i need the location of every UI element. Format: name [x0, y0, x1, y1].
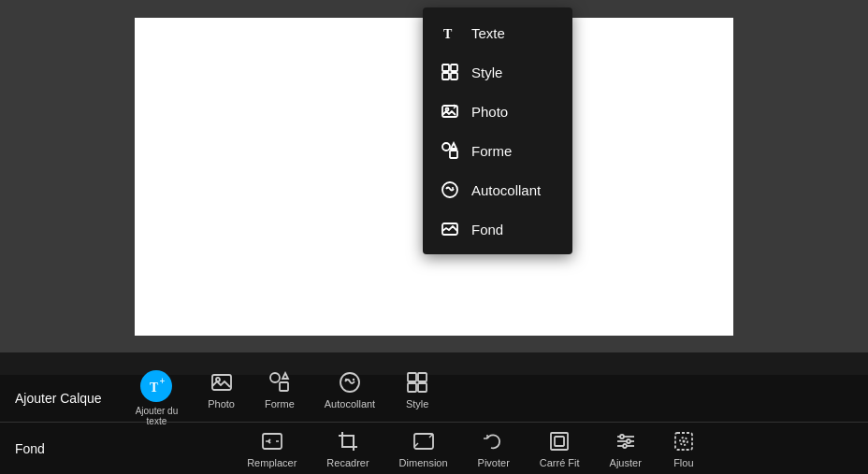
- svg-rect-8: [450, 151, 457, 158]
- svg-rect-31: [551, 433, 568, 450]
- forme-tool-icon: [268, 370, 292, 395]
- svg-point-12: [452, 187, 454, 189]
- svg-rect-2: [451, 65, 457, 71]
- svg-rect-27: [408, 383, 416, 392]
- pivoter-button[interactable]: Pivoter: [463, 424, 525, 474]
- svg-rect-4: [451, 73, 457, 79]
- remplacer-icon: [260, 429, 284, 453]
- fond-icon: [440, 219, 460, 239]
- layer-bar: Ajouter Calque T + Ajouter du texte: [0, 375, 868, 422]
- svg-rect-1: [442, 65, 449, 71]
- flou-button[interactable]: Flou: [657, 424, 711, 474]
- svg-rect-25: [408, 373, 416, 381]
- svg-point-23: [345, 379, 347, 381]
- style-tool-button[interactable]: Style: [390, 365, 444, 432]
- svg-text:T: T: [443, 27, 453, 41]
- svg-point-24: [353, 379, 354, 381]
- fond-bar: Fond Remplacer: [0, 423, 868, 474]
- svg-point-11: [446, 187, 448, 189]
- dropdown-item-photo[interactable]: Photo: [423, 92, 572, 131]
- svg-text:+: +: [160, 376, 166, 386]
- fond-label: Fond: [15, 441, 90, 456]
- dropdown-item-style[interactable]: Style: [423, 52, 572, 92]
- svg-rect-20: [280, 382, 288, 391]
- svg-rect-28: [418, 383, 427, 392]
- autocollant-tool-icon: [338, 370, 362, 395]
- forme-icon: [440, 140, 460, 161]
- dropdown-item-fond[interactable]: Fond: [423, 209, 572, 249]
- svg-text:T: T: [150, 381, 159, 395]
- svg-rect-32: [555, 437, 564, 446]
- recadrer-icon: [336, 429, 360, 453]
- photo-icon: [440, 101, 460, 122]
- remplacer-button[interactable]: Remplacer: [232, 424, 311, 474]
- layer-tools: T + Ajouter du texte Photo: [121, 365, 445, 432]
- dropdown-item-texte[interactable]: T Texte: [423, 13, 572, 52]
- svg-point-41: [682, 439, 685, 442]
- add-text-icon: T +: [140, 370, 172, 402]
- photo-tool-icon: [210, 370, 234, 395]
- dropdown-item-forme[interactable]: Forme: [423, 131, 572, 170]
- photo-tool-button[interactable]: Photo: [193, 365, 250, 432]
- autocollant-tool-button[interactable]: Autocollant: [310, 365, 390, 432]
- style-tool-icon: [405, 370, 429, 395]
- add-text-button[interactable]: T + Ajouter du texte: [121, 365, 194, 432]
- ajuster-button[interactable]: Ajuster: [595, 424, 657, 474]
- carre-fit-icon: [547, 429, 571, 453]
- autocollant-icon: [440, 180, 460, 200]
- fond-tools: Remplacer Recadrer: [90, 424, 853, 474]
- carre-fit-button[interactable]: Carré Fit: [525, 424, 595, 474]
- forme-tool-button[interactable]: Forme: [250, 365, 310, 432]
- dropdown-item-autocollant[interactable]: Autocollant: [423, 170, 572, 209]
- svg-point-38: [623, 444, 627, 448]
- layer-label: Ajouter Calque: [15, 391, 102, 406]
- svg-rect-26: [418, 373, 427, 381]
- svg-point-19: [270, 373, 280, 382]
- svg-marker-21: [282, 373, 288, 379]
- recadrer-button[interactable]: Recadrer: [311, 424, 383, 474]
- pivoter-icon: [482, 429, 506, 453]
- dropdown-menu: T Texte Style Photo: [423, 7, 572, 254]
- flou-icon: [672, 429, 696, 453]
- text-icon: T: [440, 22, 460, 43]
- svg-point-7: [442, 143, 450, 151]
- svg-rect-3: [442, 73, 449, 79]
- svg-marker-9: [451, 143, 456, 149]
- dimension-icon: [412, 429, 436, 453]
- bottom-section: Ajouter Calque T + Ajouter du texte: [0, 375, 868, 474]
- style-icon: [440, 62, 460, 82]
- dimension-button[interactable]: Dimension: [384, 424, 463, 474]
- svg-point-37: [627, 439, 630, 443]
- ajuster-icon: [614, 429, 638, 453]
- svg-point-36: [620, 435, 624, 438]
